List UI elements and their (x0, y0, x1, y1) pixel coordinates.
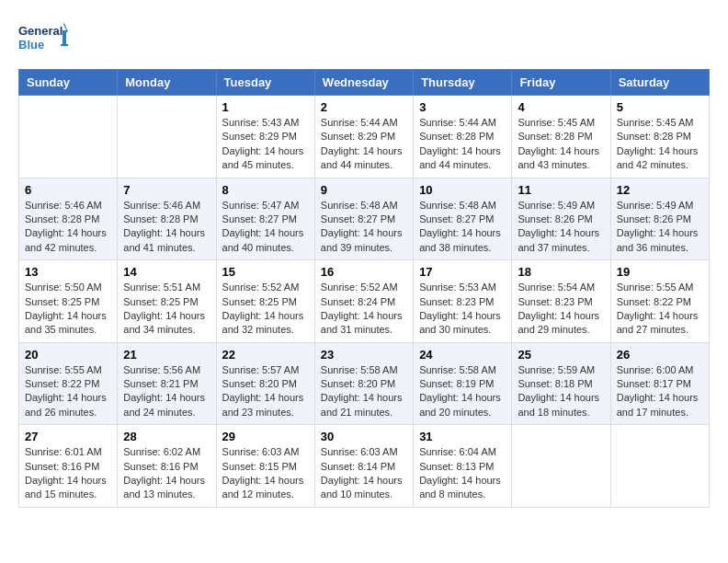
day-info-line: Sunset: 8:24 PM (321, 295, 407, 309)
calendar-cell: 25Sunrise: 5:59 AMSunset: 8:18 PMDayligh… (512, 342, 610, 425)
logo: General Blue (18, 18, 69, 60)
calendar-cell: 5Sunrise: 5:45 AMSunset: 8:28 PMDaylight… (610, 96, 709, 178)
page-header: General Blue (18, 18, 710, 60)
day-number: 10 (419, 183, 506, 197)
day-info-line: Daylight: 14 hours and 24 minutes. (123, 391, 210, 419)
calendar-table: SundayMondayTuesdayWednesdayThursdayFrid… (18, 69, 710, 508)
day-info-line: Sunrise: 6:01 AM (25, 445, 111, 459)
day-info: Sunrise: 5:48 AMSunset: 8:27 PMDaylight:… (321, 199, 407, 256)
day-info: Sunrise: 5:53 AMSunset: 8:23 PMDaylight:… (419, 281, 506, 338)
day-info: Sunrise: 5:45 AMSunset: 8:28 PMDaylight:… (617, 116, 703, 173)
day-info-line: Daylight: 14 hours and 27 minutes. (617, 309, 703, 338)
weekday-header: Sunday (19, 70, 118, 96)
day-info-line: Sunrise: 5:59 AM (518, 363, 604, 377)
day-info-line: Sunset: 8:17 PM (617, 377, 703, 391)
day-info-line: Sunrise: 6:04 AM (419, 445, 506, 459)
day-info: Sunrise: 5:52 AMSunset: 8:25 PMDaylight:… (222, 281, 309, 338)
day-info-line: Sunrise: 6:00 AM (617, 363, 703, 377)
day-info-line: Sunrise: 5:44 AM (419, 116, 506, 130)
calendar-cell: 23Sunrise: 5:58 AMSunset: 8:20 PMDayligh… (314, 342, 413, 425)
day-info-line: Sunrise: 5:58 AM (321, 363, 407, 377)
day-info-line: Sunset: 8:13 PM (419, 460, 506, 474)
day-info-line: Sunset: 8:26 PM (518, 213, 604, 226)
day-number: 11 (518, 183, 604, 197)
day-info-line: Sunset: 8:16 PM (25, 460, 111, 474)
day-info-line: Sunset: 8:25 PM (25, 295, 111, 309)
day-info-line: Sunset: 8:22 PM (25, 377, 111, 391)
day-info-line: Sunrise: 5:45 AM (617, 116, 703, 130)
day-number: 21 (123, 348, 210, 362)
day-info-line: Daylight: 14 hours and 34 minutes. (123, 309, 210, 338)
calendar-cell (610, 425, 709, 508)
day-info-line: Daylight: 14 hours and 38 minutes. (419, 226, 506, 255)
day-info-line: Daylight: 14 hours and 15 minutes. (25, 474, 111, 502)
day-info-line: Sunrise: 5:49 AM (518, 199, 604, 213)
day-info-line: Daylight: 14 hours and 36 minutes. (617, 226, 703, 255)
day-number: 15 (222, 265, 309, 279)
day-info-line: Sunrise: 5:46 AM (123, 199, 210, 213)
day-info-line: Sunrise: 5:44 AM (321, 116, 407, 130)
calendar-cell: 22Sunrise: 5:57 AMSunset: 8:20 PMDayligh… (216, 342, 314, 425)
day-info-line: Sunrise: 5:45 AM (518, 116, 604, 130)
day-info-line: Sunrise: 5:49 AM (617, 199, 703, 213)
day-info: Sunrise: 5:49 AMSunset: 8:26 PMDaylight:… (617, 199, 703, 256)
calendar-cell (118, 96, 216, 178)
day-info: Sunrise: 5:59 AMSunset: 8:18 PMDaylight:… (518, 363, 604, 420)
logo-svg: General Blue (18, 18, 69, 60)
day-info-line: Daylight: 14 hours and 10 minutes. (321, 474, 407, 502)
day-info-line: Sunset: 8:28 PM (25, 213, 111, 226)
calendar-cell: 7Sunrise: 5:46 AMSunset: 8:28 PMDaylight… (118, 178, 216, 260)
day-info-line: Sunrise: 5:48 AM (419, 199, 506, 213)
day-info-line: Daylight: 14 hours and 42 minutes. (617, 144, 703, 173)
day-info-line: Sunrise: 5:57 AM (222, 363, 309, 377)
day-info-line: Daylight: 14 hours and 18 minutes. (518, 391, 604, 419)
day-info-line: Sunrise: 6:03 AM (222, 445, 309, 459)
day-number: 17 (419, 265, 506, 279)
calendar-cell: 20Sunrise: 5:55 AMSunset: 8:22 PMDayligh… (19, 342, 118, 425)
calendar-cell: 12Sunrise: 5:49 AMSunset: 8:26 PMDayligh… (610, 178, 709, 260)
day-info: Sunrise: 5:46 AMSunset: 8:28 PMDaylight:… (123, 199, 210, 256)
weekday-header: Tuesday (216, 70, 314, 96)
day-number: 12 (617, 183, 703, 197)
calendar-cell: 4Sunrise: 5:45 AMSunset: 8:28 PMDaylight… (512, 96, 610, 178)
day-info: Sunrise: 6:03 AMSunset: 8:14 PMDaylight:… (321, 445, 407, 502)
day-info-line: Daylight: 14 hours and 42 minutes. (25, 226, 111, 255)
day-info-line: Sunset: 8:14 PM (321, 460, 407, 474)
day-info: Sunrise: 5:43 AMSunset: 8:29 PMDaylight:… (222, 116, 309, 173)
calendar-cell: 26Sunrise: 6:00 AMSunset: 8:17 PMDayligh… (610, 342, 709, 425)
day-info-line: Daylight: 14 hours and 8 minutes. (419, 474, 506, 502)
calendar-cell: 17Sunrise: 5:53 AMSunset: 8:23 PMDayligh… (414, 260, 512, 343)
day-info-line: Sunset: 8:26 PM (617, 213, 703, 226)
day-info-line: Daylight: 14 hours and 41 minutes. (123, 226, 210, 255)
day-info: Sunrise: 5:50 AMSunset: 8:25 PMDaylight:… (25, 281, 111, 338)
calendar-cell: 30Sunrise: 6:03 AMSunset: 8:14 PMDayligh… (314, 425, 413, 508)
day-info-line: Sunrise: 5:55 AM (25, 363, 111, 377)
day-info-line: Sunset: 8:15 PM (222, 460, 309, 474)
day-info: Sunrise: 5:51 AMSunset: 8:25 PMDaylight:… (123, 281, 210, 338)
day-info-line: Sunrise: 5:53 AM (419, 281, 506, 294)
day-info-line: Sunrise: 5:52 AM (222, 281, 309, 294)
day-info-line: Sunset: 8:29 PM (321, 130, 407, 144)
calendar-week-row: 1Sunrise: 5:43 AMSunset: 8:29 PMDaylight… (19, 96, 710, 178)
calendar-cell: 28Sunrise: 6:02 AMSunset: 8:16 PMDayligh… (118, 425, 216, 508)
calendar-cell (512, 425, 610, 508)
day-info-line: Sunrise: 5:46 AM (25, 199, 111, 213)
svg-text:General: General (18, 24, 63, 38)
day-info-line: Sunrise: 5:47 AM (222, 199, 309, 213)
day-number: 2 (321, 100, 407, 114)
weekday-header: Thursday (414, 70, 512, 96)
day-info-line: Sunset: 8:27 PM (321, 213, 407, 226)
day-info-line: Sunset: 8:27 PM (419, 213, 506, 226)
day-info: Sunrise: 6:02 AMSunset: 8:16 PMDaylight:… (123, 445, 210, 502)
day-number: 25 (518, 348, 604, 362)
day-number: 19 (617, 265, 703, 279)
weekday-header: Saturday (610, 70, 709, 96)
day-info-line: Daylight: 14 hours and 17 minutes. (617, 391, 703, 419)
day-info-line: Daylight: 14 hours and 23 minutes. (222, 391, 309, 419)
weekday-header: Monday (118, 70, 216, 96)
svg-text:Blue: Blue (18, 38, 44, 52)
day-info-line: Sunset: 8:29 PM (222, 130, 309, 144)
day-info-line: Daylight: 14 hours and 43 minutes. (518, 144, 604, 173)
calendar-cell: 31Sunrise: 6:04 AMSunset: 8:13 PMDayligh… (414, 425, 512, 508)
day-info-line: Sunrise: 6:03 AM (321, 445, 407, 459)
